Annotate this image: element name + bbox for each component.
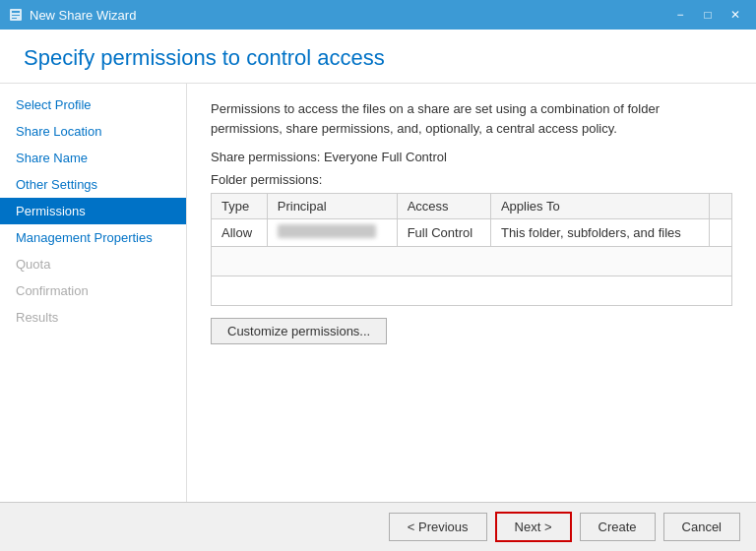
row-principal [267, 219, 397, 247]
wizard-icon [8, 7, 24, 23]
table-row: Allow Full Control This folder, subfolde… [212, 219, 732, 247]
share-permissions-label: Share permissions: [211, 150, 320, 164]
cancel-button[interactable]: Cancel [663, 513, 740, 541]
wizard-footer: < Previous Next > Create Cancel [0, 502, 756, 551]
folder-permissions-label: Folder permissions: [211, 172, 732, 187]
svg-rect-3 [12, 18, 17, 19]
title-bar-title: New Share Wizard [30, 8, 136, 23]
col-principal: Principal [267, 194, 397, 219]
wizard-content: Select Profile Share Location Share Name… [0, 84, 756, 502]
table-row-empty2 [212, 276, 732, 306]
main-panel: Permissions to access the files on a sha… [187, 84, 756, 502]
sidebar-item-other-settings[interactable]: Other Settings [0, 171, 186, 198]
sidebar: Select Profile Share Location Share Name… [0, 84, 187, 502]
close-button[interactable]: ✕ [723, 5, 748, 25]
customize-permissions-button[interactable]: Customize permissions... [211, 318, 387, 344]
sidebar-item-permissions[interactable]: Permissions [0, 198, 186, 224]
sidebar-item-share-location[interactable]: Share Location [0, 118, 186, 145]
row-extra [710, 219, 732, 247]
title-bar: New Share Wizard − □ ✕ [0, 0, 756, 30]
wizard-header: Specify permissions to control access [0, 30, 756, 84]
title-bar-left: New Share Wizard [8, 7, 136, 23]
window-body: Specify permissions to control access Se… [0, 30, 756, 551]
share-permissions-value: Everyone Full Control [324, 150, 447, 164]
page-title: Specify permissions to control access [24, 45, 732, 71]
sidebar-item-confirmation: Confirmation [0, 277, 186, 304]
minimize-button[interactable]: − [667, 5, 693, 25]
col-extra [710, 194, 732, 219]
info-text: Permissions to access the files on a sha… [211, 99, 732, 138]
col-type: Type [212, 194, 268, 219]
row-applies-to: This folder, subfolders, and files [490, 219, 709, 247]
permissions-table: Type Principal Access Applies To Allow F… [211, 193, 732, 306]
create-button[interactable]: Create [580, 513, 656, 541]
sidebar-item-select-profile[interactable]: Select Profile [0, 92, 186, 118]
sidebar-item-results: Results [0, 304, 186, 331]
maximize-button[interactable]: □ [695, 5, 721, 25]
col-access: Access [397, 194, 490, 219]
col-applies-to: Applies To [490, 194, 709, 219]
next-button[interactable]: Next > [495, 512, 572, 542]
svg-rect-2 [12, 15, 20, 16]
sidebar-item-quota: Quota [0, 251, 186, 277]
sidebar-item-management-properties[interactable]: Management Properties [0, 224, 186, 251]
sidebar-item-share-name[interactable]: Share Name [0, 145, 186, 171]
svg-rect-1 [12, 11, 20, 13]
row-type: Allow [212, 219, 268, 247]
row-access: Full Control [397, 219, 490, 247]
title-bar-controls: − □ ✕ [667, 5, 748, 25]
share-permissions-line: Share permissions: Everyone Full Control [211, 150, 732, 164]
table-row-empty [212, 247, 732, 276]
previous-button[interactable]: < Previous [389, 513, 487, 541]
